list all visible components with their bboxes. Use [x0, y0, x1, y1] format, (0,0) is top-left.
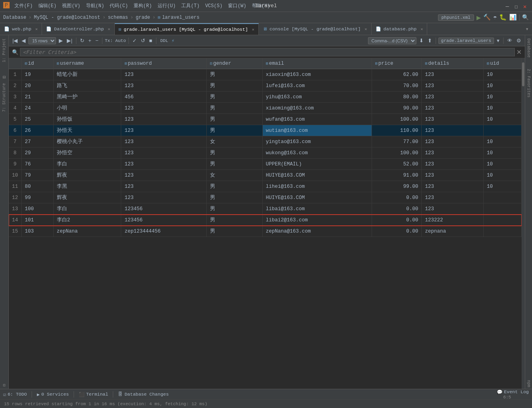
cell-id[interactable]: 24: [22, 103, 54, 114]
cell-username[interactable]: 黑崎一护: [53, 92, 121, 103]
menu-vcs[interactable]: VCS(S): [203, 2, 225, 10]
eye-btn[interactable]: 👁: [506, 37, 514, 44]
cell-email[interactable]: lihei@163.com: [262, 181, 372, 192]
table-row[interactable]: 1299辉夜123男HUIYE@163.COM0.00123: [9, 192, 522, 203]
cell-price[interactable]: 100.00: [372, 147, 422, 159]
cell-uid[interactable]: 10: [484, 69, 522, 80]
cell-uid[interactable]: 10: [484, 103, 522, 114]
table-row[interactable]: 13100李白123456男libai@163.com0.00123: [9, 203, 522, 215]
cell-id[interactable]: 21: [22, 92, 54, 103]
refresh-btn[interactable]: ↻: [79, 37, 86, 44]
cell-rownum[interactable]: 4: [9, 103, 22, 114]
search-icon[interactable]: 🔍: [522, 14, 529, 21]
stop-btn[interactable]: ■: [148, 37, 154, 44]
cell-gender[interactable]: 男: [206, 125, 262, 136]
cell-gender[interactable]: 男: [206, 226, 262, 237]
tab-lu-close[interactable]: ✕: [252, 27, 254, 32]
vertical-scrollbar[interactable]: [522, 58, 525, 389]
cell-gender[interactable]: 男: [206, 147, 262, 159]
menu-nav[interactable]: 导航(N): [84, 2, 107, 10]
status-event-log[interactable]: 💬 Event Log: [497, 389, 529, 395]
status-db-changes[interactable]: 🗄 Database Changes: [118, 392, 168, 397]
cell-details[interactable]: 123: [422, 80, 484, 92]
cell-gender[interactable]: 男: [206, 192, 262, 203]
table-row[interactable]: 1180李黑123男lihei@163.com99.0012310: [9, 181, 522, 192]
table-row[interactable]: 829孙悟空123男wukong@163.com100.0012310: [9, 147, 522, 159]
profile-button[interactable]: 📊: [509, 14, 517, 21]
cell-price[interactable]: 91.00: [372, 170, 422, 181]
cell-rownum[interactable]: 8: [9, 147, 22, 159]
prev-page-btn[interactable]: ◀: [20, 37, 27, 44]
table-row[interactable]: 727樱桃小丸子123女yingtao@163.com77.0012310: [9, 136, 522, 147]
table-row[interactable]: 626孙悟天123男wutian@163.com110.00123: [9, 125, 522, 136]
th-id[interactable]: ⊞id: [22, 58, 54, 69]
cell-uid[interactable]: [484, 215, 522, 226]
cell-price[interactable]: 52.00: [372, 159, 422, 170]
breadcrumb-connection[interactable]: MySQL - grade@localhost: [34, 15, 100, 20]
menu-file[interactable]: 文件(F): [12, 2, 35, 10]
cell-username[interactable]: 樱桃小丸子: [53, 136, 121, 147]
cell-details[interactable]: 123: [422, 114, 484, 125]
table-row[interactable]: 1079辉夜123女HUIYE@163.COM91.0012310: [9, 170, 522, 181]
cell-email[interactable]: HUIYE@163.COM: [262, 170, 372, 181]
cell-password[interactable]: 123: [121, 69, 206, 80]
table-row[interactable]: 15103zepNanazep123444456男zepNana@163.com…: [9, 226, 522, 237]
cell-id[interactable]: 99: [22, 192, 54, 203]
cell-rownum[interactable]: 14: [9, 215, 22, 226]
cell-password[interactable]: 123: [121, 192, 206, 203]
cell-password[interactable]: 123: [121, 80, 206, 92]
cell-uid[interactable]: [484, 203, 522, 215]
cell-gender[interactable]: 男: [206, 159, 262, 170]
th-gender[interactable]: ⊟gender: [206, 58, 262, 69]
cell-details[interactable]: 123: [422, 147, 484, 159]
table-row[interactable]: 424小明123男xiaoming@163.com90.0012310: [9, 103, 522, 114]
sidebar-bottom-icon[interactable]: ⊡: [1, 382, 8, 389]
cell-price[interactable]: 0.00: [372, 192, 422, 203]
cell-username[interactable]: 李白2: [53, 215, 121, 226]
cell-email[interactable]: wufan@163.com: [262, 114, 372, 125]
cell-password[interactable]: 123: [121, 170, 206, 181]
cell-rownum[interactable]: 12: [9, 192, 22, 203]
tab-datacontroller[interactable]: 📄 DataController.php ✕: [42, 23, 114, 35]
cell-price[interactable]: 70.00: [372, 80, 422, 92]
cell-uid[interactable]: 10: [484, 170, 522, 181]
cell-details[interactable]: zepnana: [422, 226, 484, 237]
settings-btn[interactable]: ⚙: [515, 37, 522, 44]
cell-details[interactable]: 123: [422, 203, 484, 215]
cell-gender[interactable]: 男: [206, 203, 262, 215]
remove-row-btn[interactable]: −: [94, 37, 100, 44]
cell-id[interactable]: 26: [22, 125, 54, 136]
cell-uid[interactable]: 10: [484, 147, 522, 159]
cell-email[interactable]: yihu@163.com: [262, 92, 372, 103]
menu-refactor[interactable]: 重构(R): [131, 2, 154, 10]
cell-gender[interactable]: 男: [206, 69, 262, 80]
right-panel-database[interactable]: Database: [526, 37, 532, 59]
cell-uid[interactable]: [484, 192, 522, 203]
last-row-btn[interactable]: ▶|: [66, 37, 73, 44]
cell-uid[interactable]: 10: [484, 136, 522, 147]
table-row[interactable]: 976李白123男UPPER(EMAIL)52.0012310: [9, 159, 522, 170]
right-panel-npm[interactable]: npm: [526, 378, 532, 389]
cell-password[interactable]: 123: [121, 181, 206, 192]
cell-password[interactable]: 123456: [121, 215, 206, 226]
cell-gender[interactable]: 男: [206, 215, 262, 226]
table-selector-btn[interactable]: ▾: [496, 37, 501, 44]
cell-email[interactable]: UPPER(EMAIL): [262, 159, 372, 170]
first-row-btn[interactable]: |◀: [11, 37, 19, 44]
breadcrumb-table[interactable]: laravel_users: [162, 15, 200, 20]
cell-price[interactable]: 80.00: [372, 92, 422, 103]
cell-username[interactable]: 孙悟天: [53, 125, 121, 136]
cell-price[interactable]: 0.00: [372, 226, 422, 237]
cell-id[interactable]: 79: [22, 170, 54, 181]
cell-uid[interactable]: 10: [484, 80, 522, 92]
menu-code[interactable]: 代码(C): [107, 2, 130, 10]
rows-selector[interactable]: 15 rows: [28, 37, 56, 44]
menu-edit[interactable]: 编辑(E): [36, 2, 59, 10]
cell-gender[interactable]: 男: [206, 114, 262, 125]
menu-tools[interactable]: 工具(T): [179, 2, 202, 10]
cell-email[interactable]: wutian@163.com: [262, 125, 372, 136]
tab-dc-close[interactable]: ✕: [108, 27, 110, 32]
cell-details[interactable]: 123: [422, 103, 484, 114]
th-email[interactable]: ⊞email: [262, 58, 372, 69]
cell-uid[interactable]: [484, 226, 522, 237]
